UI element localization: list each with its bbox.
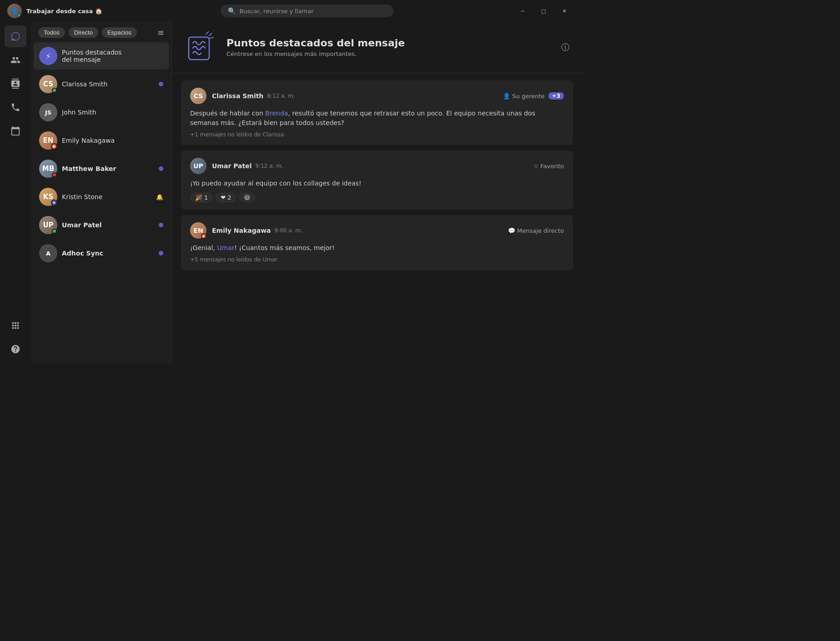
unread-dot-adhoc — [159, 251, 163, 255]
chat-item-john[interactable]: JS John Smith — [34, 99, 169, 126]
status-dot-matthew — [52, 172, 57, 177]
reaction-heart-umar[interactable]: ❤️ 2 — [216, 193, 236, 202]
reaction-smile-umar[interactable]: 😄 — [239, 193, 255, 202]
chat-list-header: Todos Directo Espacios ≡ — [31, 22, 171, 41]
message-card-emily: EN ▶ Emily Nakagawa 9:00 a. m. 💬 Mensaje… — [181, 215, 573, 270]
video-badge-emily-msg: ▶ — [201, 233, 206, 239]
chat-info-john: John Smith — [62, 109, 163, 116]
sidebar-item-apps[interactable] — [5, 315, 26, 336]
chat-name-matthew: Matthew Baker — [62, 165, 154, 172]
unread-count-emily: +5 mensajes no leídos de Umar — [190, 256, 564, 263]
chat-name-puntos: Puntos destacadosdel mensaje — [62, 49, 163, 63]
sidebar-item-calendar[interactable] — [5, 120, 26, 142]
online-status-dot — [17, 14, 21, 18]
chat-item-adhoc[interactable]: A Adhoc Sync — [34, 240, 169, 267]
main-content: Puntos destacados del mensaje Céntrese e… — [172, 22, 582, 364]
chat-item-matthew[interactable]: MB Matthew Baker — [34, 155, 169, 182]
msg-time-clarissa: 8:12 a. m. — [267, 93, 295, 99]
msg-avatar-clarissa: CS — [190, 88, 206, 104]
minimize-button[interactable]: − — [512, 4, 533, 18]
highlights-header: Puntos destacados del mensaje Céntrese e… — [172, 22, 582, 73]
filter-directo-button[interactable]: Directo — [69, 27, 98, 38]
favorite-button-umar[interactable]: ☆ Favorito — [533, 163, 564, 170]
message-header-clarissa: CS Clarissa Smith 8:12 a. m. 👤 Su gerent… — [190, 88, 564, 104]
chat-name-adhoc: Adhoc Sync — [62, 250, 154, 257]
direct-message-button-emily[interactable]: 💬 Mensaje directo — [508, 227, 564, 234]
chat-name-clarissa: Clarissa Smith — [62, 80, 154, 88]
people-icon — [10, 55, 20, 65]
app-title: Trabajar desde casa 🏠 — [26, 8, 102, 15]
chat-item-umar[interactable]: UP Umar Patel — [34, 211, 169, 239]
manager-label: Su gerente — [512, 93, 544, 100]
highlights-svg-icon — [185, 31, 217, 64]
chat-icon — [10, 31, 20, 41]
messages-area: CS Clarissa Smith 8:12 a. m. 👤 Su gerent… — [172, 73, 582, 364]
chat-bubble-icon: 💬 — [508, 227, 515, 234]
maximize-button[interactable]: □ — [533, 4, 554, 18]
party-emoji: 🎉 — [195, 194, 202, 201]
mention-umar[interactable]: Umar — [217, 244, 234, 251]
main-layout: Todos Directo Espacios ≡ ⚡ Puntos destac… — [0, 22, 582, 364]
unread-dot-matthew — [159, 166, 163, 171]
svg-rect-0 — [189, 37, 209, 60]
sidebar-item-contacts[interactable] — [5, 73, 26, 95]
calls-icon — [10, 102, 20, 112]
search-placeholder: Buscar, reunirse y llamar — [239, 8, 313, 15]
window-controls: − □ ✕ — [512, 4, 575, 18]
app-avatar: 👤 — [7, 4, 22, 18]
msg-avatar-umar: UP — [190, 158, 206, 174]
search-input-container[interactable]: 🔍 Buscar, reunirse y llamar — [221, 5, 393, 17]
chat-name-emily: Emily Nakagawa — [62, 137, 163, 144]
sidebar-icons — [0, 22, 31, 364]
chat-item-kristin[interactable]: KS ★ Kristin Stone 🔔 — [34, 183, 169, 210]
avatar-umar: UP — [39, 216, 57, 234]
highlights-text: Puntos destacados del mensaje Céntrese e… — [226, 37, 405, 57]
chat-info-adhoc: Adhoc Sync — [62, 250, 154, 257]
filter-menu-icon[interactable]: ≡ — [157, 28, 164, 37]
unread-count-clarissa: +1 mensajes no leídos de Clarissa — [190, 131, 564, 138]
chat-info-umar: Umar Patel — [62, 221, 154, 229]
sidebar-item-help[interactable] — [5, 338, 26, 360]
msg-sender-emily: Emily Nakagawa — [212, 227, 271, 234]
manager-badge: 👤 Su gerente — [503, 93, 544, 100]
msg-sender-clarissa: Clarissa Smith — [212, 92, 263, 100]
message-header-umar: UP Umar Patel 9:12 a. m. ☆ Favorito — [190, 158, 564, 174]
star-icon: ☆ — [533, 163, 538, 170]
help-icon — [10, 344, 20, 354]
mute-icon-kristin: 🔔 — [156, 194, 163, 200]
msg-meta-emily: 💬 Mensaje directo — [508, 227, 564, 234]
msg-name-time-clarissa: Clarissa Smith 8:12 a. m. — [212, 92, 295, 100]
chat-item-emily[interactable]: EN ▶ Emily Nakagawa — [34, 127, 169, 154]
chat-item-clarissa[interactable]: CS Clarissa Smith — [34, 70, 169, 98]
highlights-icon — [185, 31, 217, 64]
avatar-adhoc: A — [39, 244, 57, 262]
filter-todos-button[interactable]: Todos — [38, 27, 65, 38]
search-icon: 🔍 — [228, 7, 236, 15]
msg-meta-umar: ☆ Favorito — [533, 163, 564, 170]
sidebar-item-chat[interactable] — [5, 25, 26, 47]
calendar-icon — [10, 126, 20, 136]
msg-name-row-umar: Umar Patel 9:12 a. m. — [212, 162, 283, 170]
close-button[interactable]: ✕ — [554, 4, 575, 18]
mention-brenda[interactable]: Brenda — [265, 110, 288, 117]
msg-avatar-emily: EN ▶ — [190, 222, 206, 239]
favorite-label: Favorito — [540, 163, 564, 170]
unread-dot-clarissa — [159, 82, 163, 86]
info-icon[interactable]: ⓘ — [561, 42, 569, 53]
star-badge-kristin: ★ — [51, 200, 57, 206]
chat-items-list: ⚡ Puntos destacadosdel mensaje CS Claris… — [31, 41, 171, 364]
sidebar-item-people[interactable] — [5, 49, 26, 71]
sidebar-item-calls[interactable] — [5, 96, 26, 118]
avatar-clarissa: CS — [39, 75, 57, 93]
avatar-matthew: MB — [39, 160, 57, 178]
filter-espacios-button[interactable]: Espacios — [102, 27, 137, 38]
avatar-kristin: KS ★ — [39, 188, 57, 206]
msg-time-emily: 9:00 a. m. — [275, 227, 302, 234]
highlights-title: Puntos destacados del mensaje — [226, 37, 405, 49]
reaction-party-umar[interactable]: 🎉 1 — [190, 193, 213, 202]
search-bar[interactable]: 🔍 Buscar, reunirse y llamar — [102, 5, 512, 17]
status-dot-umar — [52, 229, 57, 234]
party-count: 1 — [204, 194, 208, 201]
apps-icon — [10, 320, 20, 331]
chat-item-puntos-destacados[interactable]: ⚡ Puntos destacadosdel mensaje — [34, 42, 169, 70]
